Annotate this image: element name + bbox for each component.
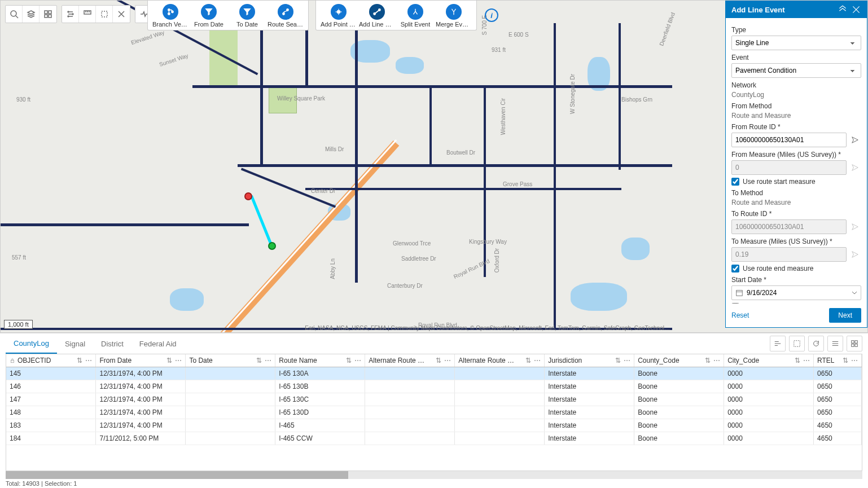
svg-rect-2 — [49, 11, 51, 14]
svg-point-12 — [172, 11, 174, 13]
table-row[interactable]: 14512/31/1974, 4:00 PMI-65 130AInterstat… — [6, 367, 862, 380]
tab-countylog[interactable]: CountyLog — [6, 333, 57, 354]
calendar-icon — [735, 289, 743, 297]
layers-button[interactable] — [23, 6, 40, 23]
table-row[interactable]: 14812/31/1974, 4:00 PMI-65 130DInterstat… — [6, 406, 862, 419]
table-row[interactable]: 18312/31/1974, 4:00 PMI-465InterstateBoo… — [6, 419, 862, 432]
scale-bar: 1,000 ft — [4, 320, 33, 329]
column-header[interactable]: Route Name⇅⋯ — [275, 354, 365, 367]
horizontal-scrollbar[interactable] — [6, 471, 862, 479]
ribbon-point[interactable]: Add Point E… — [319, 3, 358, 29]
column-header[interactable]: To Date⇅⋯ — [186, 354, 275, 367]
column-header[interactable]: Alternate Route …⇅⋯ — [455, 354, 545, 367]
svg-rect-24 — [855, 344, 857, 346]
svg-point-11 — [168, 13, 170, 15]
use-start-measure-label: Use route start measure — [743, 178, 816, 186]
basemap-button[interactable] — [40, 6, 56, 23]
map-label: Kingsbury Way — [469, 239, 507, 245]
refresh-button[interactable] — [808, 336, 824, 351]
from-method-value: Route and Measure — [731, 112, 861, 120]
column-header[interactable]: City_Code⇅⋯ — [724, 354, 814, 367]
map-label: Elevated Way — [130, 29, 165, 46]
chevron-down-icon[interactable] — [852, 290, 857, 296]
panel-title: Add Line Event — [731, 6, 785, 14]
show-hide-button[interactable] — [827, 336, 843, 351]
map-label: Center Dr — [311, 188, 335, 194]
tab-district[interactable]: District — [93, 333, 131, 354]
ribbon-funnel[interactable]: From Date — [190, 3, 228, 29]
map-label: Boutwell Dr — [446, 150, 475, 156]
ribbon-funnel-outline[interactable]: To Date — [228, 3, 266, 29]
to-method-value: Route and Measure — [731, 199, 861, 206]
event-label: Event — [731, 54, 861, 61]
next-button[interactable]: Next — [829, 308, 861, 323]
map-label: Deerfield Blvd — [658, 11, 676, 46]
map-label: Glenwood Trce — [393, 240, 431, 247]
map-label: Westhaven Cir — [500, 98, 506, 135]
ribbon-branch[interactable]: Branch Vers… — [151, 3, 190, 29]
data-table[interactable]: OBJECTID⇅⋯From Date⇅⋯To Date⇅⋯Route Name… — [6, 354, 862, 445]
close-icon[interactable] — [851, 5, 861, 15]
map-label: 557 ft — [12, 254, 26, 261]
map-label: Saddletree Dr — [401, 256, 436, 262]
tab-signal[interactable]: Signal — [57, 333, 93, 354]
use-start-measure-checkbox[interactable] — [731, 178, 739, 186]
search-button[interactable] — [6, 6, 23, 23]
svg-point-17 — [379, 9, 381, 11]
options-button[interactable] — [770, 336, 786, 351]
pick-to-measure-icon[interactable] — [849, 248, 861, 261]
map-label: Oxford Dr — [494, 248, 500, 272]
table-row[interactable]: 14712/31/1974, 4:00 PMI-65 130CInterstat… — [6, 393, 862, 406]
map-label: 931 ft — [492, 47, 506, 53]
svg-point-15 — [337, 10, 340, 13]
network-value: CountyLog — [731, 91, 861, 99]
type-label: Type — [731, 26, 861, 34]
ribbon-merge[interactable]: Merge Events — [435, 3, 473, 29]
svg-rect-1 — [45, 11, 47, 14]
svg-rect-23 — [852, 344, 854, 346]
column-header[interactable]: From Date⇅⋯ — [96, 354, 186, 367]
start-date-input[interactable] — [747, 289, 848, 297]
event-select[interactable]: Pavement Condition — [731, 63, 861, 78]
column-header[interactable]: Jurisdiction⇅⋯ — [545, 354, 634, 367]
map-label: Willey Square Park — [277, 95, 325, 102]
svg-rect-20 — [794, 341, 800, 347]
pick-from-route-icon[interactable] — [849, 134, 861, 146]
clear-selection-button[interactable] — [789, 336, 805, 351]
ribbon-line[interactable]: Add Line E… — [358, 3, 396, 29]
pick-from-measure-icon[interactable] — [849, 161, 861, 174]
table-row[interactable]: 1847/11/2012, 5:00 PMI-465 CCWInterstate… — [6, 432, 862, 445]
from-method-label: From Method — [731, 102, 861, 110]
from-measure-label: From Measure (Miles (US Survey)) * — [731, 151, 861, 159]
measure-button[interactable] — [79, 6, 96, 23]
column-header[interactable]: Alternate Route …⇅⋯ — [365, 354, 455, 367]
filter-button[interactable] — [96, 6, 113, 23]
column-header[interactable]: County_Code⇅⋯ — [634, 354, 724, 367]
to-route-input — [731, 219, 847, 234]
tab-federal-aid[interactable]: Federal Aid — [131, 333, 185, 354]
svg-rect-18 — [737, 291, 743, 296]
grid-button[interactable] — [847, 336, 862, 351]
to-route-label: To Route ID * — [731, 210, 861, 218]
ribbon-route[interactable]: Route Search — [266, 3, 305, 29]
column-header[interactable]: OBJECTID⇅⋯ — [6, 354, 96, 367]
map-label: Canterbury Dr — [387, 283, 423, 289]
pick-to-route-icon[interactable] — [849, 221, 861, 233]
network-label: Network — [731, 81, 861, 89]
map-label: Bishops Grn — [621, 96, 652, 103]
table-row[interactable]: 14612/31/1974, 4:00 PMI-65 130BInterstat… — [6, 380, 862, 393]
svg-rect-9 — [102, 11, 107, 17]
ribbon-split[interactable]: Split Event — [396, 3, 435, 29]
use-end-measure-label: Use route end measure — [743, 265, 813, 272]
reset-button[interactable]: Reset — [731, 311, 749, 319]
collapse-icon[interactable] — [838, 5, 848, 15]
svg-rect-4 — [49, 15, 51, 17]
route-end-marker — [244, 192, 252, 200]
use-end-measure-checkbox[interactable] — [731, 265, 739, 272]
type-select[interactable]: Single Line — [731, 36, 861, 50]
bookmarks-button[interactable] — [62, 6, 79, 23]
info-button[interactable]: i — [485, 8, 498, 22]
column-header[interactable]: RTEL⇅⋯ — [814, 354, 862, 367]
clear-button[interactable] — [113, 6, 130, 23]
from-route-input[interactable] — [731, 133, 847, 147]
